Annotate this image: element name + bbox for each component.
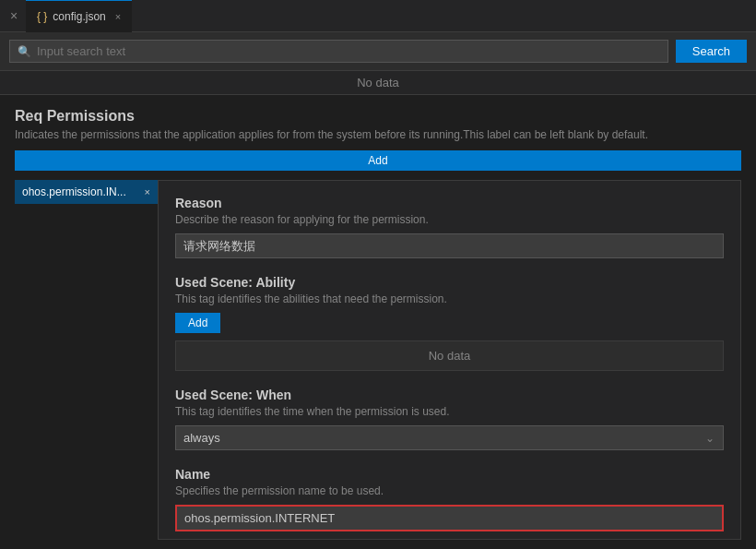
used-scene-ability-label: Used Scene: Ability [175,275,724,290]
add-permission-button[interactable]: Add [15,150,741,171]
add-ability-button[interactable]: Add [175,313,220,333]
used-scene-when-section: Used Scene: When This tag identifies the… [175,388,724,450]
file-icon: { } [37,10,47,23]
tab-close-icon[interactable]: × [115,11,121,22]
reason-desc: Describe the reason for applying for the… [175,213,724,226]
left-panel: ohos.permission.IN... × [15,180,158,540]
search-input[interactable] [37,44,660,58]
search-bar: 🔍 Search [0,32,756,71]
reason-input[interactable] [175,233,724,258]
content-area: ohos.permission.IN... × Reason Describe … [15,180,741,540]
reason-section: Reason Describe the reason for applying … [175,196,724,258]
permission-item-label: ohos.permission.IN... [22,185,141,198]
tab-label: config.json [53,10,105,23]
name-label: Name [175,467,724,482]
used-scene-when-label: Used Scene: When [175,388,724,402]
name-input[interactable] [175,505,724,531]
search-button[interactable]: Search [676,40,747,63]
window-close-icon[interactable]: × [7,9,20,22]
search-input-wrap: 🔍 [9,40,668,63]
search-icon: 🔍 [18,45,31,58]
reason-label: Reason [175,196,724,210]
name-section: Name Specifies the permission name to be… [175,467,724,531]
used-scene-ability-desc: This tag identifies the abilities that n… [175,292,724,305]
title-bar: × { } config.json × [0,0,756,32]
ability-no-data: No data [175,340,724,371]
section-title: Req Permissions [15,108,741,125]
when-select-wrap: always inuse ⌄ [175,425,724,450]
no-data-bar: No data [0,71,756,95]
main-content: Req Permissions Indicates the permission… [0,95,756,540]
used-scene-when-desc: This tag identifies the time when the pe… [175,405,724,418]
when-select[interactable]: always inuse [175,425,724,450]
section-desc: Indicates the permissions that the appli… [15,128,741,141]
permission-item-close-icon[interactable]: × [145,186,150,197]
used-scene-ability-section: Used Scene: Ability This tag identifies … [175,275,724,371]
file-tab[interactable]: { } config.json × [26,0,132,32]
name-desc: Specifies the permission name to be used… [175,484,724,497]
right-panel: Reason Describe the reason for applying … [158,180,741,540]
permission-item[interactable]: ohos.permission.IN... × [15,180,158,204]
